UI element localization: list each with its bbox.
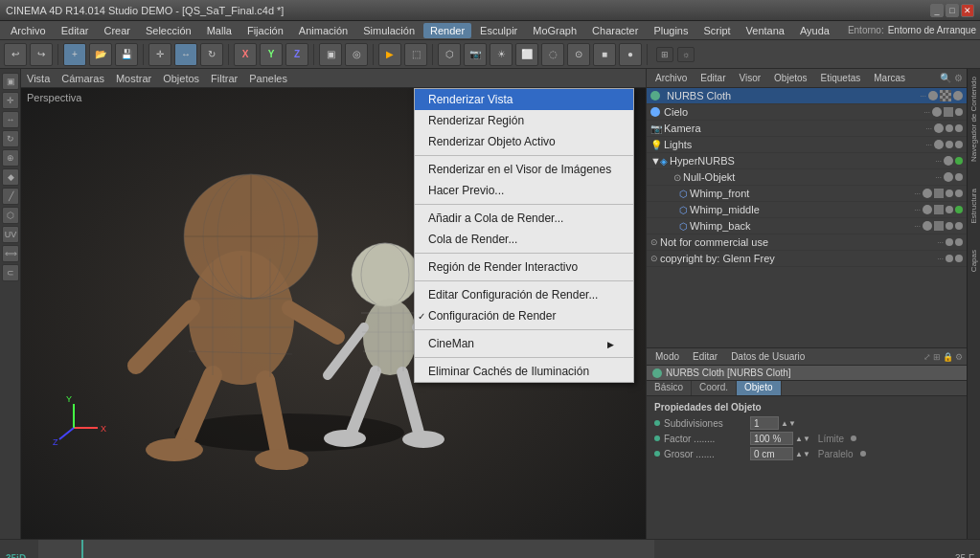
tree-editar-btn[interactable]: Editar	[695, 72, 730, 84]
axis-z-btn[interactable]: Z	[285, 43, 308, 66]
redo-button[interactable]: ↪	[30, 43, 53, 66]
menu-render[interactable]: Render	[423, 23, 471, 38]
menu-fijacion[interactable]: Fijación	[240, 23, 290, 38]
tree-item-nurbs-cloth[interactable]: NURBS Cloth ···	[647, 88, 967, 104]
menu-mograph[interactable]: MoGraph	[526, 23, 583, 38]
tree-etiquetas-btn[interactable]: Etiquetas	[816, 72, 866, 84]
cube-btn[interactable]: ■	[593, 43, 616, 66]
menu-renderizar-visor[interactable]: Renderizar en el Visor de Imágenes	[415, 159, 633, 180]
tree-item-whimp-front[interactable]: ⬡ Whimp_front ···	[647, 186, 967, 202]
menu-region-interactivo[interactable]: Región de Render Interactivo	[415, 257, 633, 278]
new-button[interactable]: +	[63, 43, 86, 66]
sky-btn[interactable]: ◌	[541, 43, 564, 66]
menu-editar-config[interactable]: Editar Configuración de Render...	[415, 284, 633, 305]
light-btn[interactable]: ☀	[490, 43, 513, 66]
menu-plugins[interactable]: Plugins	[647, 23, 695, 38]
open-button[interactable]: 📂	[89, 43, 112, 66]
attrs-tab-objeto[interactable]: Objeto	[737, 381, 781, 395]
sidebar-move[interactable]: ✛	[2, 92, 19, 109]
menu-malla[interactable]: Malla	[200, 23, 239, 38]
minimize-button[interactable]: _	[930, 4, 944, 17]
attrs-subdiv-arrows[interactable]: ▲▼	[781, 419, 796, 428]
tree-item-null[interactable]: ⊙ Null-Objekt ···	[647, 169, 967, 186]
menu-cola-add[interactable]: Añadir a Cola de Render...	[415, 208, 633, 229]
rotate-button[interactable]: ↻	[200, 43, 223, 66]
tree-item-whimp-back[interactable]: ⬡ Whimp_back ···	[647, 218, 967, 234]
attrs-tab-basico[interactable]: Básico	[647, 381, 692, 395]
attrs-grosor-arrows[interactable]: ▲▼	[795, 450, 810, 458]
sidebar-uv[interactable]: UV	[2, 226, 19, 243]
attrs-factor-value[interactable]	[750, 432, 793, 445]
tree-marcas-btn[interactable]: Marcas	[869, 72, 910, 84]
maximize-button[interactable]: □	[946, 4, 959, 17]
render-btn[interactable]: ▶	[378, 43, 401, 66]
close-button[interactable]: ✕	[961, 4, 974, 17]
menu-eliminar-cache[interactable]: Eliminar Cachés de Iluminación	[415, 361, 633, 382]
menu-renderizar-vista[interactable]: Renderizar Vista	[415, 89, 633, 110]
render-region-btn[interactable]: ⬚	[404, 43, 427, 66]
attrs-editar-btn[interactable]: Editar	[688, 350, 722, 363]
menu-archivo[interactable]: Archivo	[4, 23, 53, 38]
floor-btn[interactable]: ⬜	[515, 43, 538, 66]
menu-hacer-previo[interactable]: Hacer Previo...	[415, 180, 633, 201]
scene-btn[interactable]: ⬡	[438, 43, 461, 66]
axis-y-btn[interactable]: Y	[260, 43, 283, 66]
sidebar-mirror[interactable]: ⟺	[2, 245, 19, 262]
tree-archivo-btn[interactable]: Archivo	[650, 72, 692, 84]
tree-item-lights[interactable]: 💡 Lights ···	[647, 137, 967, 153]
menu-animacion[interactable]: Animación	[292, 23, 354, 38]
save-button[interactable]: 💾	[115, 43, 138, 66]
null-btn[interactable]: ⊙	[567, 43, 590, 66]
tree-visor-btn[interactable]: Visor	[734, 72, 765, 84]
tree-objetos-btn[interactable]: Objetos	[769, 72, 811, 84]
tree-item-not-commercial[interactable]: ⊙ Not for commercial use ···	[647, 234, 967, 251]
menu-editar[interactable]: Editar	[55, 23, 96, 38]
tree-item-copyright[interactable]: ⊙ copyright by: Glenn Frey ···	[647, 251, 967, 267]
attrs-datos-btn[interactable]: Datos de Usuario	[726, 350, 809, 363]
sidebar-rotate[interactable]: ↻	[2, 130, 19, 147]
menu-simulacion[interactable]: Simulación	[356, 23, 422, 38]
menu-esculpir[interactable]: Esculpir	[473, 23, 524, 38]
vp-menu-filtrar[interactable]: Filtrar	[211, 73, 238, 84]
menu-crear[interactable]: Crear	[97, 23, 137, 38]
tree-item-hypernurbs[interactable]: ▼ ◈ HyperNURBS ···	[647, 153, 967, 169]
select-btn[interactable]: ▣	[319, 43, 342, 66]
side-tab-capas[interactable]: Capas	[969, 246, 979, 276]
vp-menu-paneles[interactable]: Paneles	[249, 73, 287, 84]
attrs-modo-btn[interactable]: Modo	[650, 350, 684, 363]
sidebar-select[interactable]: ▣	[2, 73, 19, 90]
sidebar-poly[interactable]: ⬡	[2, 207, 19, 224]
sidebar-scale[interactable]: ↔	[2, 111, 19, 128]
menu-ayuda[interactable]: Ayuda	[793, 23, 836, 38]
tree-item-kamera[interactable]: 📷 Kamera ···	[647, 121, 967, 137]
vp-menu-objetos[interactable]: Objetos	[163, 73, 199, 84]
live-sel-btn[interactable]: ◎	[345, 43, 368, 66]
menu-config-render[interactable]: Configuración de Render	[415, 305, 633, 326]
menu-cola[interactable]: Cola de Render...	[415, 229, 633, 250]
sidebar-edge[interactable]: ╱	[2, 188, 19, 205]
vp-menu-vista[interactable]: Vista	[27, 73, 50, 84]
attrs-subdiv-value[interactable]	[750, 416, 779, 430]
viewport[interactable]: Perspectiva	[21, 88, 646, 539]
sphere-btn[interactable]: ●	[619, 43, 642, 66]
vp-menu-mostrar[interactable]: Mostrar	[116, 73, 151, 84]
attrs-factor-arrows[interactable]: ▲▼	[795, 435, 810, 443]
tree-item-cielo[interactable]: Cielo ···	[647, 104, 967, 121]
vp-menu-camaras[interactable]: Cámaras	[61, 73, 104, 84]
tree-item-whimp-middle[interactable]: ⬡ Whimp_middle ···	[647, 202, 967, 218]
menu-character[interactable]: Character	[585, 23, 645, 38]
menu-renderizar-objeto[interactable]: Renderizar Objeto Activo	[415, 131, 633, 152]
side-tab-nav[interactable]: Navegador de Contenido	[969, 73, 979, 166]
menu-seleccion[interactable]: Selección	[139, 23, 198, 38]
timeline-ruler[interactable]: 0 100 200 300 400 450 50	[38, 540, 654, 558]
menu-script[interactable]: Script	[696, 23, 737, 38]
attrs-tab-coord[interactable]: Coord.	[692, 381, 737, 395]
sidebar-snap[interactable]: ⊕	[2, 149, 19, 167]
cam-btn[interactable]: 📷	[464, 43, 487, 66]
sidebar-sculpt[interactable]: ⊂	[2, 264, 19, 281]
axis-x-btn[interactable]: X	[234, 43, 257, 66]
move-button[interactable]: ✛	[148, 43, 171, 66]
menu-renderizar-region[interactable]: Renderizar Región	[415, 110, 633, 131]
side-tab-estructura[interactable]: Estructura	[969, 185, 979, 227]
undo-button[interactable]: ↩	[4, 43, 27, 66]
